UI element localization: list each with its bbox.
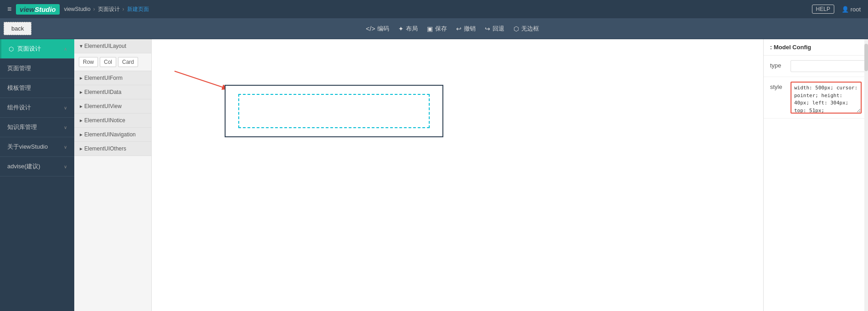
comp-section-notice[interactable]: ▸ ElementUINotice [74,114,151,128]
comp-section-navigation-label: ElementUINavigation [84,131,136,138]
col-button[interactable]: Col [100,57,116,67]
sidebar-label-knowledge-mgmt: 知识库管理 [7,123,37,131]
sidebar-item-template-mgmt[interactable]: 模板管理 [0,78,74,98]
row-button[interactable]: Row [79,57,98,67]
style-textarea[interactable]: width: 500px; cursor: pointer; height: 4… [791,82,862,114]
page-design-icon: ⬡ [9,46,14,52]
sidebar-label-about: 关于viewStudio [7,143,48,151]
canvas-inner-element[interactable] [238,94,430,128]
action-undo[interactable]: ↩ 撤销 [456,25,476,33]
user-label: 👤 root [842,6,861,13]
comp-section-form[interactable]: ▸ ElementUIForm [74,71,151,85]
collapse-arrow-layout: ▾ [80,43,82,49]
sidebar-item-page-design[interactable]: ⬡ 页面设计 ∧ [0,39,74,58]
right-panel-title: : Model Config [764,39,868,56]
arrow-left-indicator [170,67,234,94]
comp-section-view[interactable]: ▸ ElementUIView [74,99,151,114]
sidebar-label-advise: advise(建议) [7,162,40,171]
action-save[interactable]: ▣ 保存 [427,25,447,33]
collapse-arrow-data: ▸ [80,89,82,95]
sidebar-item-advise[interactable]: advise(建议) ∨ [0,157,74,176]
action-redo[interactable]: ↪ 回退 [485,25,504,33]
sidebar-item-knowledge-mgmt[interactable]: 知识库管理 ∨ [0,118,74,137]
left-sidebar: ⬡ 页面设计 ∧ 页面管理 模板管理 组件设计 [0,39,74,311]
logo-studio: Studio [35,5,56,13]
action-code[interactable]: </> 编码 [366,25,389,33]
menu-icon[interactable]: ≡ [7,5,11,13]
canvas-area[interactable] [152,39,763,311]
chevron-down-icon: ∧ [64,47,67,52]
action-items: </> 编码 ✦ 布局 ▣ 保存 ↩ 撤销 ↪ 回退 ⬡ 无边框 [37,25,868,33]
sidebar-section-0: ⬡ 页面设计 ∧ [0,39,74,59]
comp-section-notice-label: ElementUINotice [84,117,125,124]
right-panel-type-row: type [764,56,868,77]
sidebar-item-component-design[interactable]: 组件设计 ∨ [0,98,74,117]
chevron-icon-5: ∨ [64,145,67,150]
comp-section-layout-label: ElementUILayout [84,43,126,49]
comp-section-layout[interactable]: ▾ ElementUILayout [74,39,151,53]
sidebar-section-2: 模板管理 [0,78,74,98]
action-layout[interactable]: ✦ 布局 [398,25,418,33]
style-label: style [770,82,786,90]
sidebar-item-left-1: 页面管理 [7,64,31,73]
sidebar-item-left-4: 知识库管理 [7,123,37,131]
collapse-arrow-form: ▸ [80,75,82,81]
action-code-label: 编码 [377,25,389,33]
action-redo-label: 回退 [493,25,504,33]
help-button[interactable]: HELP [812,5,834,14]
comp-section-data[interactable]: ▸ ElementUIData [74,85,151,99]
right-panel-style-row: style width: 500px; cursor: pointer; hei… [764,77,868,119]
collapse-arrow-notice: ▸ [80,117,82,124]
sidebar-label-page-design: 页面设计 [17,45,41,53]
actionbar: back </> 编码 ✦ 布局 ▣ 保存 ↩ 撤销 ↪ 回退 ⬡ 无边框 [0,18,868,39]
logo-view: view [20,5,35,13]
sidebar-label-template-mgmt: 模板管理 [7,84,31,92]
breadcrumb-item-2: 新建页面 [127,5,149,13]
topbar-right: HELP 👤 root [812,5,861,14]
logo: viewStudio [16,4,59,15]
sidebar-section-3: 组件设计 ∨ [0,98,74,118]
sidebar-item-left-2: 模板管理 [7,84,31,92]
topbar-left: ≡ viewStudio viewStudio › 页面设计 › 新建页面 [7,4,149,15]
action-save-label: 保存 [435,25,447,33]
sidebar-section-5: 关于viewStudio ∨ [0,137,74,157]
collapse-arrow-others: ▸ [80,145,82,152]
card-button[interactable]: Card [118,57,138,67]
component-panel: ▾ ElementUILayout Row Col Card ▸ Element… [74,39,152,311]
comp-section-navigation[interactable]: ▸ ElementUINavigation [74,128,151,142]
code-icon: </> [366,25,375,32]
canvas-element[interactable] [225,85,443,137]
breadcrumb-sep-1: › [123,6,124,12]
back-button[interactable]: back [4,22,31,35]
sidebar-section-4: 知识库管理 ∨ [0,118,74,137]
scrollbar[interactable] [864,39,868,311]
borderless-icon: ⬡ [514,25,519,32]
layout-buttons: Row Col Card [74,53,151,71]
breadcrumb-sep-0: › [93,6,95,12]
type-input[interactable] [791,60,865,72]
action-borderless[interactable]: ⬡ 无边框 [514,25,539,33]
sidebar-label-component-design: 组件设计 [7,104,31,112]
undo-icon: ↩ [456,25,462,32]
topbar: ≡ viewStudio viewStudio › 页面设计 › 新建页面 HE… [0,0,868,18]
chevron-icon-3: ∨ [64,105,67,110]
comp-section-others-label: ElementUIOthers [84,145,126,152]
action-undo-label: 撤销 [464,25,476,33]
type-label: type [770,60,786,69]
collapse-arrow-view: ▸ [80,103,82,109]
scrollbar-thumb[interactable] [864,44,868,71]
breadcrumb-item-0[interactable]: viewStudio [64,6,91,12]
svg-line-1 [175,71,229,89]
sidebar-item-page-mgmt[interactable]: 页面管理 [0,59,74,78]
comp-section-view-label: ElementUIView [84,103,122,109]
collapse-arrow-navigation: ▸ [80,131,82,138]
chevron-icon-4: ∨ [64,125,67,130]
comp-section-others[interactable]: ▸ ElementUIOthers [74,142,151,156]
breadcrumb: viewStudio › 页面设计 › 新建页面 [64,5,149,13]
sidebar-item-left-0: ⬡ 页面设计 [9,45,41,53]
breadcrumb-item-1[interactable]: 页面设计 [98,5,120,13]
comp-section-data-label: ElementUIData [84,89,121,95]
sidebar-item-about[interactable]: 关于viewStudio ∨ [0,137,74,156]
sidebar-item-left-5: 关于viewStudio [7,143,48,151]
main-layout: ⬡ 页面设计 ∧ 页面管理 模板管理 组件设计 [0,39,868,311]
